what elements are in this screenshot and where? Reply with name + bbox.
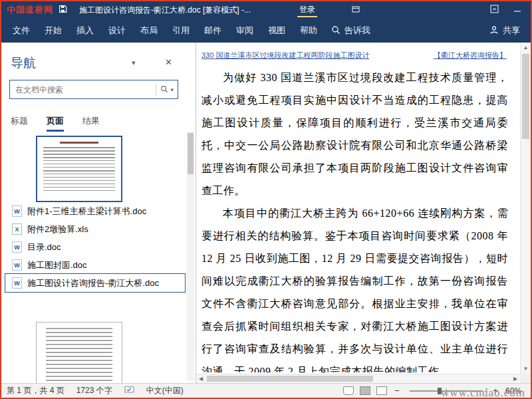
- tab-insert[interactable]: 插入: [69, 19, 101, 43]
- tab-home[interactable]: 开始: [37, 19, 69, 43]
- paragraph[interactable]: 为做好 330 国道兰溪市区过境段改建工程技术质量管理，减小或避免工程项目实施中…: [201, 66, 508, 202]
- read-mode-icon[interactable]: [343, 386, 354, 395]
- file-item[interactable]: W 目录.doc: [5, 238, 185, 256]
- file-name: 附件2墩验算.xls: [27, 223, 88, 235]
- ribbon-display-options-button[interactable]: [490, 4, 499, 16]
- word-count[interactable]: 1723 个字: [76, 385, 112, 396]
- save-icon: [59, 4, 67, 16]
- file-item[interactable]: W 施工图封面.doc: [5, 256, 185, 274]
- vertical-scrollbar-thumb[interactable]: [522, 54, 529, 139]
- document-area: 330 国道兰溪市区过境段改建工程两阶段施工图设计 【衢江大桥咨询报告】 为做好…: [196, 43, 531, 383]
- thumbnail-title-line: [60, 142, 98, 144]
- language-indicator[interactable]: 中文(中国): [146, 385, 184, 396]
- search-submit-button[interactable]: ▾: [156, 85, 178, 94]
- nav-scrollbar-thumb[interactable]: [188, 133, 194, 174]
- file-name: 施工图设计咨询报告-衢江大桥.doc: [27, 277, 159, 289]
- word-file-icon: W: [12, 277, 22, 289]
- document-title: 施工图设计咨询报告-衢江大桥.doc [兼容模式] -...: [79, 5, 251, 16]
- save-button[interactable]: [59, 4, 67, 16]
- word-file-icon: W: [12, 205, 22, 217]
- thumbnail-text-lines: [43, 147, 115, 194]
- scroll-down-icon[interactable]: ▼: [521, 364, 531, 374]
- minimize-button[interactable]: [513, 4, 521, 16]
- nav-options-button[interactable]: ▾: [132, 59, 136, 67]
- tab-help[interactable]: 帮助: [293, 19, 325, 43]
- tab-design[interactable]: 设计: [101, 19, 133, 43]
- nav-tab-results[interactable]: 结果: [82, 112, 100, 132]
- word-file-icon: W: [12, 241, 22, 253]
- web-layout-icon[interactable]: [376, 386, 387, 395]
- word-window: 中国道桥网 施工图设计咨询报告-衢江大桥.doc [兼容模式] -... 登录: [0, 0, 532, 399]
- paragraph[interactable]: 本项目中的衢江大桥主跨为 66+120+66 连续刚构方案，需要进行相关的结构验…: [201, 202, 508, 372]
- nav-tab-headings[interactable]: 标题: [11, 112, 28, 132]
- minimize-icon: [513, 4, 521, 15]
- person-icon: [489, 25, 499, 37]
- document-search-box: ▾: [9, 80, 178, 99]
- word-file-icon: W: [12, 259, 22, 271]
- file-item[interactable]: X 附件2墩验算.xls: [5, 220, 185, 238]
- chevron-down-icon: ▾: [132, 59, 136, 66]
- share-button[interactable]: 共享: [489, 25, 527, 37]
- search-caret-icon: ▾: [170, 86, 174, 93]
- tab-review[interactable]: 审阅: [229, 19, 261, 43]
- page-header-right: 【衢江大桥咨询报告】: [434, 51, 507, 61]
- scroll-left-icon[interactable]: ◀: [196, 374, 205, 383]
- search-icon: [331, 25, 340, 37]
- nav-tab-pages[interactable]: 页面: [47, 112, 64, 132]
- horizontal-scrollbar[interactable]: ◀ ▶: [196, 374, 520, 383]
- magnifier-icon: [160, 85, 168, 94]
- site-watermark: www.cndao.com: [441, 386, 525, 399]
- file-name: 目录.doc: [27, 241, 61, 253]
- tell-me-label: 告诉我: [344, 25, 370, 37]
- tab-mailings[interactable]: 邮件: [197, 19, 229, 43]
- navigation-pane-title: 导航: [11, 55, 36, 72]
- tell-me-button[interactable]: 告诉我: [331, 25, 370, 37]
- document-text[interactable]: 为做好 330 国道兰溪市区过境段改建工程技术质量管理，减小或避免工程项目实施中…: [201, 66, 508, 372]
- navigation-pane: 导航 ▾ ✕ ▾ 标题 页面 结果: [1, 43, 196, 383]
- zoom-out-button[interactable]: −: [393, 386, 401, 396]
- window-icon: [352, 4, 360, 16]
- page-thumbnail-1[interactable]: [36, 136, 122, 202]
- tab-layout[interactable]: 布局: [133, 19, 165, 43]
- page-thumbnail-2[interactable]: [36, 322, 122, 383]
- nav-scrollbar[interactable]: [187, 132, 194, 381]
- tab-view[interactable]: 视图: [261, 19, 293, 43]
- ribbon-display-options-icon: [490, 4, 499, 15]
- scroll-up-icon[interactable]: ▲: [521, 43, 531, 53]
- close-icon: ✕: [165, 57, 172, 67]
- file-name: 附件1-三维主桥主梁计算书.doc: [27, 205, 146, 217]
- nav-close-button[interactable]: ✕: [165, 57, 172, 67]
- print-layout-icon[interactable]: [360, 386, 370, 395]
- page-indicator[interactable]: 第 1 页，共 4 页: [7, 385, 65, 396]
- scrollbar-corner: [520, 374, 531, 383]
- window-button[interactable]: [352, 4, 360, 16]
- titlebar: 中国道桥网 施工图设计咨询报告-衢江大桥.doc [兼容模式] -... 登录: [1, 1, 531, 19]
- vertical-scrollbar[interactable]: ▲ ▼: [520, 43, 531, 374]
- file-item[interactable]: W 附件1-三维主桥主梁计算书.doc: [5, 202, 185, 220]
- page-header-left: 330 国道兰溪市区过境段改建工程两阶段施工图设计: [201, 51, 369, 61]
- login-button[interactable]: 登录: [297, 3, 317, 17]
- attachment-file-list: W 附件1-三维主桥主梁计算书.doc X 附件2墩验算.xls W 目录.do…: [5, 202, 185, 292]
- search-input[interactable]: [10, 85, 156, 94]
- scroll-right-icon[interactable]: ▶: [511, 374, 520, 383]
- file-name: 施工图封面.doc: [27, 259, 87, 271]
- excel-file-icon: X: [12, 223, 22, 235]
- tab-file[interactable]: 文件: [5, 19, 37, 43]
- horizontal-scrollbar-thumb[interactable]: [207, 376, 373, 382]
- site-watermark-brand: 中国道桥网: [7, 4, 53, 16]
- tab-references[interactable]: 引用: [165, 19, 197, 43]
- proofing-icon[interactable]: [124, 386, 134, 396]
- nav-tabs: 标题 页面 结果: [11, 112, 196, 132]
- ribbon-tab-bar: 文件 开始 插入 设计 布局 引用 邮件 审阅 视图 帮助 告诉我 共享: [1, 19, 531, 43]
- document-page-header: 330 国道兰溪市区过境段改建工程两阶段施工图设计 【衢江大桥咨询报告】: [201, 51, 507, 61]
- thumbnail-text-lines: [46, 328, 112, 383]
- file-item-selected[interactable]: W 施工图设计咨询报告-衢江大桥.doc: [5, 274, 185, 292]
- share-label: 共享: [503, 25, 520, 37]
